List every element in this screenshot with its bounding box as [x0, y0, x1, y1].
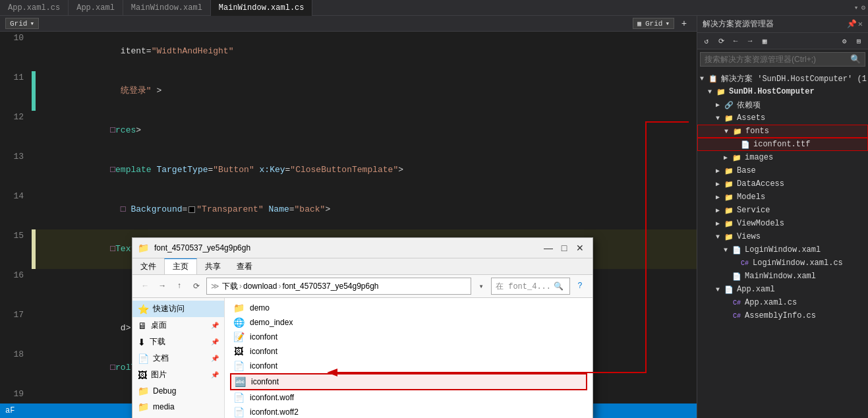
table-row: 10 itent="WidthAndHeight" — [0, 32, 697, 71]
close-panel-btn[interactable]: ✕ — [858, 19, 863, 29]
file-cs-icon: C# — [732, 311, 742, 321]
tree-item-assets[interactable]: ▼ 📁 Assets — [697, 111, 868, 125]
tab-view[interactable]: 查看 — [229, 258, 260, 274]
media-folder-icon: 📁 — [138, 402, 149, 412]
filter-btn[interactable]: ▦ — [758, 34, 771, 47]
left-dropdown[interactable]: Grid ▾ — [5, 18, 39, 29]
back-btn[interactable]: ← — [729, 34, 742, 47]
tree-item-fonts[interactable]: ▼ 📁 fonts — [697, 125, 868, 138]
panel-pin-buttons: 📌 ✕ — [847, 19, 863, 29]
folder-icon: 📁 — [724, 192, 734, 202]
file-item-iconfont-woff2[interactable]: 📄 iconfont.woff2 — [230, 405, 587, 418]
nav-forward-btn[interactable]: → — [155, 279, 169, 293]
file-item-demo-index[interactable]: 🌐 demo_index — [230, 315, 587, 330]
file-item-iconfont-img[interactable]: 🖼 iconfont — [230, 344, 587, 359]
dialog-title: font_4570537_ye54g9p6gh — [154, 243, 536, 253]
sidebar-item-debug[interactable]: 📁 Debug — [132, 383, 224, 399]
sidebar-item-downloads[interactable]: ⬇ 下载 📌 — [132, 334, 224, 350]
pin-icon: 📌 — [211, 338, 219, 345]
tree-item-views[interactable]: ▼ 📁 Views — [697, 230, 868, 243]
pin-btn[interactable]: 📌 — [847, 19, 857, 29]
tree-label: App.xaml.cs — [745, 298, 797, 307]
tree-item-service[interactable]: ▶ 📁 Service — [697, 204, 868, 217]
tree-item-base[interactable]: ▶ 📁 Base — [697, 164, 868, 177]
sidebar-item-docs[interactable]: 📄 文档 📌 — [132, 350, 224, 367]
dialog-content: ⭐ 快速访问 🖥 桌面 📌 ⬇ 下载 📌 📄 文档 📌 🖼 图片 � — [132, 298, 593, 418]
address-path[interactable]: ≫ 下载 › download › font_4570537_ye54g9p6g… — [206, 278, 471, 295]
tree-item-loginwindow-cs[interactable]: C# LoginWindow.xaml.cs — [697, 256, 868, 270]
refresh-btn[interactable]: ⟳ — [714, 34, 728, 47]
path-part-downloads[interactable]: 下载 — [222, 281, 238, 292]
sidebar-item-quickaccess[interactable]: ⭐ 快速访问 — [132, 301, 224, 317]
tree-item-mainwindow-xaml[interactable]: 📄 MainWindow.xaml — [697, 270, 868, 283]
tab-overflow-btn[interactable]: ▾ — [854, 3, 859, 12]
solution-search-input[interactable] — [705, 55, 848, 64]
arrow-icon: ▼ — [716, 115, 724, 122]
debug-folder-icon: 📁 — [138, 386, 149, 396]
settings-btn[interactable]: ⚙ — [838, 34, 851, 47]
sidebar-item-media[interactable]: 📁 media — [132, 399, 224, 415]
tree-item-images[interactable]: ▶ 📁 images — [697, 151, 868, 164]
tree-item-deps[interactable]: ▶ 🔗 依赖项 — [697, 98, 868, 111]
tree-item-app-cs[interactable]: C# App.xaml.cs — [697, 296, 868, 309]
editor-toolbar: Grid ▾ ▦ Grid ▾ + — [0, 16, 697, 32]
tab-mainwindow-xaml[interactable]: MainWindow.xaml — [123, 0, 211, 16]
tree-item-viewmodels[interactable]: ▶ 📁 ViewModels — [697, 217, 868, 230]
tab-app-xaml[interactable]: App.xaml — [69, 0, 123, 16]
folder-title-icon: 📁 — [138, 243, 149, 254]
file-xaml-icon: 📄 — [732, 271, 742, 282]
arrow-icon: ▼ — [724, 128, 732, 135]
file-item-iconfont-css[interactable]: 📝 iconfont — [230, 330, 587, 344]
tree-item-iconfont-ttf[interactable]: 📄 iconfont.ttf — [697, 138, 868, 151]
tab-settings-btn[interactable]: ⚙ — [861, 3, 865, 12]
arrow-icon: ▶ — [716, 101, 724, 109]
nav-up-btn[interactable]: ↑ — [172, 279, 187, 293]
nav-refresh-btn[interactable]: ⟳ — [189, 279, 204, 293]
right-dropdown-icon: ▦ — [637, 20, 641, 28]
ttf-file-icon: 🔤 — [234, 376, 246, 387]
help-btn[interactable]: ? — [573, 279, 587, 293]
close-dialog-btn[interactable]: ✕ — [573, 242, 587, 254]
sidebar-label: 桌面 — [151, 320, 167, 331]
sync-btn[interactable]: ↺ — [700, 34, 713, 47]
address-search[interactable]: 在 font_4... 🔍 — [491, 278, 570, 295]
tab-home[interactable]: 主页 — [164, 258, 197, 274]
pictures-icon: 🖼 — [138, 370, 147, 380]
minimize-btn[interactable]: — — [541, 242, 556, 254]
path-part-download[interactable]: download — [243, 282, 277, 291]
nav-back-btn[interactable]: ← — [138, 279, 152, 293]
tab-file[interactable]: 文件 — [132, 258, 164, 274]
arrow-icon: ▶ — [716, 180, 724, 188]
color-swatch — [188, 206, 195, 213]
file-item-iconfont-ttf[interactable]: 🔤 iconfont — [230, 373, 587, 390]
tree-item-models[interactable]: ▶ 📁 Models — [697, 191, 868, 204]
tree-item-assemblyinfo[interactable]: C# AssemblyInfo.cs — [697, 309, 868, 322]
forward-btn[interactable]: → — [743, 34, 757, 47]
tree-item-app-xaml[interactable]: ▼ 📄 App.xaml — [697, 283, 868, 296]
addr-dropdown-btn[interactable]: ▾ — [474, 279, 488, 293]
sidebar-item-pictures[interactable]: 🖼 图片 📌 — [132, 367, 224, 383]
tree-item-dataaccess[interactable]: ▶ 📁 DataAccess — [697, 177, 868, 191]
tab-mainwindow-xaml-cs[interactable]: MainWindow.xaml.cs — [211, 0, 313, 16]
arrow-icon: ▼ — [700, 75, 708, 82]
expand-btn[interactable]: + — [677, 18, 691, 29]
tree-item-solution[interactable]: ▼ 📋 解决方案 'SunDH.HostComputer' (1 — [697, 72, 868, 85]
tab-app-xaml-cs[interactable]: App.xaml.cs — [0, 0, 69, 16]
right-dropdown[interactable]: ▦ Grid ▾ — [633, 18, 674, 29]
file-item-iconfont-js[interactable]: 📄 iconfont — [230, 359, 587, 373]
tree-item-project[interactable]: ▼ 📁 SunDH.HostComputer — [697, 85, 868, 98]
tab-share[interactable]: 共享 — [197, 258, 229, 274]
file-item-iconfont-woff[interactable]: 📄 iconfont.woff — [230, 390, 587, 405]
arrow-icon: ▶ — [716, 193, 724, 201]
maximize-btn[interactable]: □ — [557, 242, 571, 254]
sidebar-label: media — [153, 402, 175, 411]
quickaccess-icon: ⭐ — [138, 304, 149, 314]
arrow-icon: ▼ — [708, 88, 716, 96]
path-part-font[interactable]: font_4570537_ye54g9p6gh — [282, 282, 378, 291]
file-item-demo-folder[interactable]: 📁 demo — [230, 301, 587, 315]
sidebar-item-desktop[interactable]: 🖥 桌面 📌 — [132, 317, 224, 334]
tree-label: AssemblyInfo.cs — [745, 311, 816, 320]
expand-panel-btn[interactable]: ⊞ — [852, 34, 865, 47]
tree-item-loginwindow-xaml[interactable]: ▼ 📄 LoginWindow.xaml — [697, 243, 868, 256]
folder-icon: 📁 — [724, 113, 734, 123]
